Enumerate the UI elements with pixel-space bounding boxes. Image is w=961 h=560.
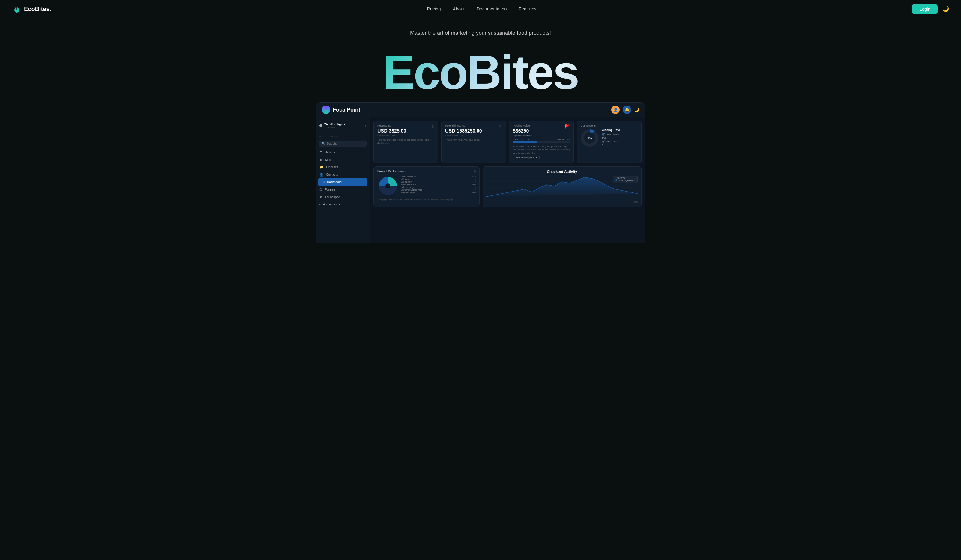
pipelines-icon: 📁 xyxy=(320,165,324,169)
pie-chart xyxy=(377,175,398,196)
stats-row: Net Income USD 3825.00 For the year 2023… xyxy=(373,121,641,164)
won-carts-count: 9 xyxy=(602,144,603,147)
tooltip-dot xyxy=(615,179,617,181)
sidebar-item-label: Launchpad xyxy=(325,196,340,199)
funnel-lead-gen: Lead Generation xyxy=(401,175,416,178)
funnel-row-value: 0 xyxy=(474,186,476,188)
sidebar-item-pipelines[interactable]: 📁 Pipelines xyxy=(316,164,370,171)
automations-icon: ▪ xyxy=(320,202,321,206)
checkout-title: Checkout Activity xyxy=(487,170,638,174)
stat-desc: Total value of all tickets in the given … xyxy=(513,145,570,155)
table-row: Thank you Page 100 xyxy=(401,183,476,186)
checkout-card: Checkout Activity xyxy=(483,166,641,207)
stat-value: USD 3825.00 xyxy=(377,128,434,134)
navbar: EcoBites. Pricing About Documentation Fe… xyxy=(0,0,961,18)
sidebar-item-media[interactable]: 🖥 Media xyxy=(316,156,370,164)
login-button[interactable]: Login xyxy=(912,4,938,14)
nav-link-features[interactable]: Features xyxy=(519,6,537,11)
stat-conversions: Conversions 9% Clo xyxy=(577,121,641,164)
stat-label: Pipeline Value xyxy=(513,124,570,127)
stat-year: For the year 2023 xyxy=(377,134,434,137)
focal-logo: FocalPoint xyxy=(322,106,360,114)
service-requests-button[interactable]: Service Requests ▾ xyxy=(513,155,540,160)
hero-section: Master the art of marketing your sustain… xyxy=(0,18,961,244)
funnel-body: Lead Generation 330 VSL page 0 Case Stud… xyxy=(377,175,476,196)
abandoned-count-item: 100 xyxy=(602,137,638,140)
stat-label: Net Income xyxy=(377,124,434,127)
funnel-row-label: Thank you Page xyxy=(401,183,416,186)
chevron-icon: ▾ xyxy=(536,156,537,159)
nav-right: Login 🌙 xyxy=(912,4,949,14)
main-content: Net Income USD 3825.00 For the year 2023… xyxy=(370,117,645,243)
donut-chart: 9% xyxy=(581,129,599,147)
pipeline-progress-label: Pipeline Progress xyxy=(513,134,570,137)
menu-label: MENU LINKS xyxy=(316,134,370,139)
search-input[interactable] xyxy=(326,142,364,145)
won-carts-item: 🛒 Won Carts xyxy=(602,140,638,143)
sidebar-item-label: Dashboard xyxy=(327,180,342,184)
won-carts-icon: 🛒 xyxy=(602,140,605,143)
funnel-row-value: 100 xyxy=(472,183,476,186)
progress-bar-fill xyxy=(513,141,537,143)
stat-value: $36250 xyxy=(513,128,570,134)
table-row: welcome page 0 xyxy=(401,186,476,188)
sidebar-item-label: Media xyxy=(325,158,333,162)
dash-theme-icon[interactable]: 🌙 xyxy=(634,108,639,112)
sidebar-item-contacts[interactable]: 👤 Contacts xyxy=(316,171,370,178)
sidebar-item-dashboard[interactable]: ⊞ Dashboard xyxy=(318,178,367,186)
funnel-total: 330 xyxy=(472,175,476,178)
stat-net-income: Net Income USD 3825.00 For the year 2023… xyxy=(373,121,438,164)
funnel-row-label: Customer Details Page xyxy=(401,189,422,191)
funnel-row-value: 300 xyxy=(472,192,476,194)
sidebar-item-automations[interactable]: ▪ Automations xyxy=(316,201,370,208)
sidebar-item-settings[interactable]: ⚙ Settings xyxy=(316,149,370,156)
won-carts-count-item: 9 xyxy=(602,144,638,147)
conversions-inner: 9% Closing Rate 🛒 Abandoned 10 xyxy=(581,128,638,147)
search-icon: 🔍 xyxy=(321,142,325,145)
sidebar: Web Prodigies 1234 street › MENU LINKS 🔍… xyxy=(316,117,370,243)
nav-link-pricing[interactable]: Pricing xyxy=(427,6,441,11)
search-box[interactable]: 🔍 xyxy=(319,141,366,147)
flag-icon: 🚩 xyxy=(565,124,570,129)
theme-toggle-icon[interactable]: 🌙 xyxy=(942,6,949,12)
account-address: 1234 street xyxy=(324,126,345,128)
tooltip-field: amount_total 425 xyxy=(615,179,635,181)
bottom-row: Funnel Performance ⊞ xyxy=(373,166,641,207)
hero-title: EcoBites xyxy=(383,48,579,96)
launchpad-icon: 🖥 xyxy=(320,195,323,199)
stat-value: USD 1585250.00 xyxy=(445,128,502,134)
funnel-row-value: 0 xyxy=(474,181,476,183)
closing-rate-label: Closing Rate xyxy=(602,128,638,132)
calendar-icon: 🗓 xyxy=(498,124,502,129)
logo[interactable]: EcoBites. xyxy=(12,4,51,14)
funnel-row-label: Case Study xyxy=(401,181,411,183)
hero-subtitle: Master the art of marketing your sustain… xyxy=(6,30,955,36)
dash-topbar: FocalPoint 👤 🔔 🌙 xyxy=(316,103,645,117)
sidebar-item-funnels[interactable]: ⬡ Funnels xyxy=(316,186,370,193)
focal-brand: FocalPoint xyxy=(333,107,360,113)
stat-potential-income: Potential Income USD 1585250.00 For the … xyxy=(441,121,506,164)
dashboard-container: FocalPoint 👤 🔔 🌙 Web Prodigie xyxy=(315,102,646,244)
media-icon: 🖥 xyxy=(320,158,323,162)
settings-icon: ⚙ xyxy=(320,151,323,154)
nav-link-documentation[interactable]: Documentation xyxy=(477,6,507,11)
hero-title-wrap: EcoBites xyxy=(6,42,955,102)
nav-links: Pricing About Documentation Features xyxy=(427,6,537,12)
abandoned-item: 🛒 Abandoned xyxy=(602,133,638,136)
funnel-icon: ⊞ xyxy=(473,170,476,173)
contacts-icon: 👤 xyxy=(320,173,324,177)
focal-logo-icon xyxy=(322,106,330,114)
sidebar-item-label: Settings xyxy=(325,151,336,154)
notification-bell[interactable]: 🔔 xyxy=(623,106,631,114)
funnel-row-value: 0 xyxy=(474,189,476,191)
x-axis-label: -100 xyxy=(487,201,638,204)
funnel-row-value: 0 xyxy=(474,178,476,180)
abandoned-label: Abandoned xyxy=(606,133,619,136)
sidebar-item-label: Automations xyxy=(323,203,340,206)
sidebar-item-launchpad[interactable]: 🖥 Launchpad xyxy=(316,193,370,201)
sidebar-account[interactable]: Web Prodigies 1234 street › xyxy=(316,120,370,131)
sidebar-account-left: Web Prodigies 1234 street xyxy=(320,123,345,128)
nav-link-about[interactable]: About xyxy=(453,6,464,11)
funnel-row-label: Payment Page xyxy=(401,192,415,194)
tooltip-date: 1/20/1970 xyxy=(615,177,635,179)
